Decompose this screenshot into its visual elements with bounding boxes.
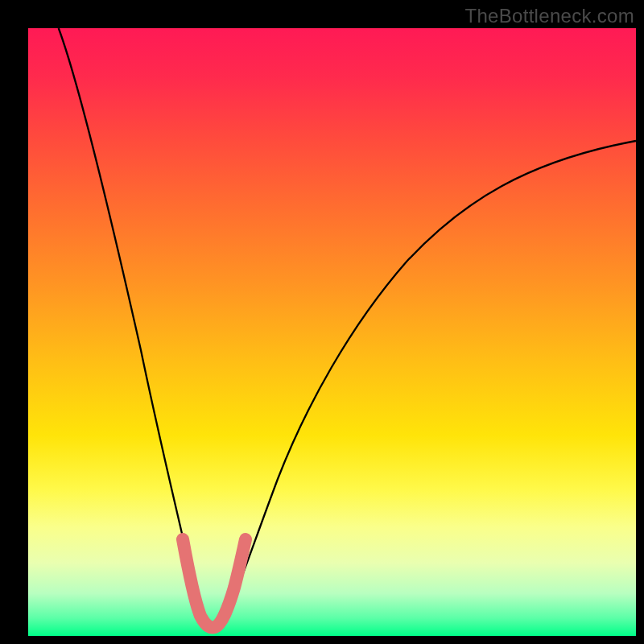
attribution-text: TheBottleneck.com xyxy=(464,5,634,27)
chart-frame: TheBottleneck.com xyxy=(0,0,644,644)
curve-layer xyxy=(28,28,636,636)
plot-area xyxy=(28,28,636,636)
bottleneck-curve xyxy=(59,28,636,625)
highlight-segment xyxy=(183,539,246,627)
